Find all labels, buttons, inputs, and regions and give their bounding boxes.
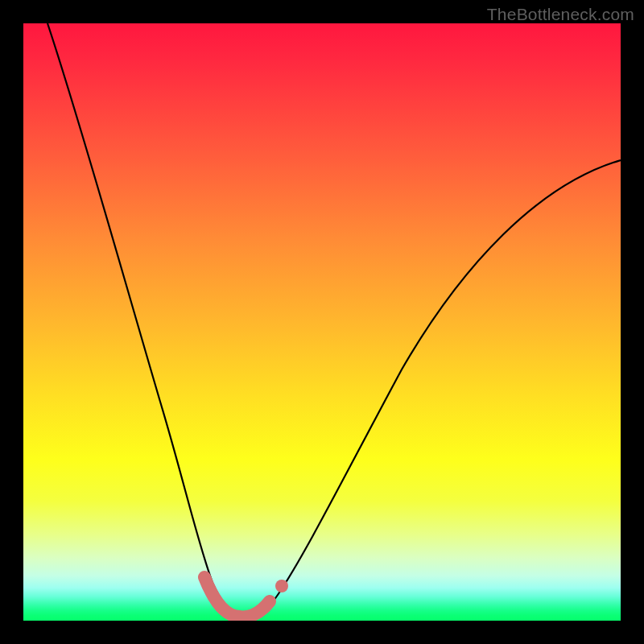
optimal-range-band [204, 577, 270, 617]
bottleneck-curve [47, 23, 621, 617]
plot-area [23, 23, 621, 621]
marker-dot [275, 580, 288, 592]
chart-frame: TheBottleneck.com [0, 0, 644, 644]
curve-overlay [23, 23, 621, 621]
watermark-text: TheBottleneck.com [487, 5, 634, 24]
